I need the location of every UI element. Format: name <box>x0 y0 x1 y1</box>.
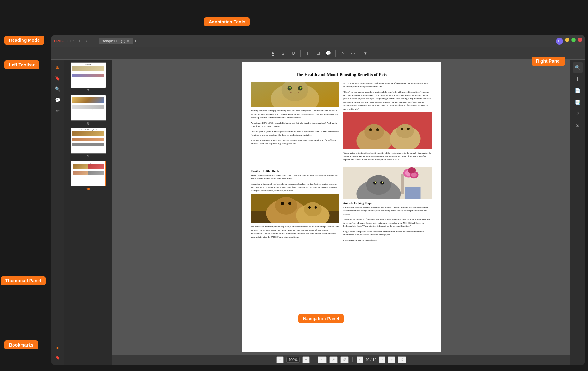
fit-page-button[interactable]: ⤢ <box>329 356 338 363</box>
underline-text-tool[interactable]: U <box>289 49 298 58</box>
svg-rect-34 <box>405 187 420 199</box>
new-tab-button[interactable]: + <box>134 38 137 44</box>
reading-mode-label: Reading Mode <box>4 36 44 45</box>
mail-button[interactable]: ✉ <box>573 120 583 130</box>
search-right-button[interactable]: 🔍 <box>573 62 583 73</box>
bookmark-view-button[interactable]: 🔖 <box>53 73 63 83</box>
bookmarks-label: Bookmarks <box>4 340 38 349</box>
pdf-col-right-top: NIH is funding large-scale surveys to fi… <box>343 82 432 163</box>
comment-tool[interactable]: 💬 <box>324 49 333 58</box>
title-bar: UPDF File Help samplePDF(1) × + U <box>51 35 585 47</box>
pdf-col2-text1: NIH is funding large-scale surveys to fi… <box>343 82 432 88</box>
edit-sidebar-button[interactable]: ✏ <box>53 106 63 116</box>
pdf-health-text2: Interacting with animals has been shown … <box>251 182 339 193</box>
svg-point-12 <box>364 124 384 140</box>
pdf-col2-quote2: "We're trying to tap into the subjective… <box>343 151 432 162</box>
area-tool[interactable]: ⬚▾ <box>359 49 368 58</box>
svg-point-48 <box>408 167 416 173</box>
thumbnail-preview-9: Health and Mood-Boosting Benefits Possib… <box>71 128 106 154</box>
zoom-out-button[interactable]: − <box>276 356 284 363</box>
pdf-health-text3: The NIH/Mars Partnership is funding a ra… <box>251 225 339 239</box>
search-sidebar-button[interactable]: 🔍 <box>53 84 63 94</box>
info-button[interactable]: ℹ <box>573 74 583 84</box>
menu-bar: File Help <box>67 39 87 43</box>
rect-tool[interactable]: ▭ <box>349 49 358 58</box>
right-panel: 🔍 ℹ 📄 📑 ↗ ✉ <box>570 60 585 365</box>
svg-point-26 <box>275 197 297 215</box>
strikethrough-tool[interactable]: S <box>279 49 288 58</box>
app-logo: UPDF <box>54 39 64 43</box>
export-button[interactable]: 📄 <box>573 85 583 96</box>
pdf-health-text1: Research on human-animal interactions is… <box>251 174 339 181</box>
svg-rect-43 <box>401 174 404 194</box>
fit-width-button[interactable]: ↔ <box>318 356 327 363</box>
user-avatar[interactable]: U <box>556 38 563 45</box>
navigation-bar: − 100% + ↔ ⤢ ↺ ‹ 10 / 10 › » ✕ <box>112 354 570 365</box>
thumbnail-item-7[interactable]: AT THE TIME Lorem ipsum text article con… <box>67 62 109 93</box>
thumbnail-item-8[interactable]: Article text with multiple columns and i… <box>67 95 109 125</box>
underline-tool[interactable]: A̲ <box>268 49 277 58</box>
pdf-animals-text2: "Dogs are very present. If someone is st… <box>343 218 432 228</box>
thumbnail-preview-7: AT THE TIME Lorem ipsum text article con… <box>71 62 106 88</box>
thumbnail-preview-8: Article text with multiple columns and i… <box>71 95 106 121</box>
pdf-animals-text1: Animals can serve as a source of comfort… <box>343 206 432 216</box>
svg-point-36 <box>366 175 391 195</box>
text-box-tool[interactable]: ⊡ <box>314 49 323 58</box>
grey-cat-image <box>343 167 432 199</box>
thumbnail-panel-icon[interactable]: ● <box>53 343 63 352</box>
pdf-col1-text2: An estimated 68% of U.S. households have… <box>251 121 339 128</box>
tab-samplepdf[interactable]: samplePDF(1) × <box>99 38 133 44</box>
annotation-toolbar: A̲ S U T ⊡ 💬 △ ▭ ⬚▾ <box>51 47 585 60</box>
thumbnail-view-button[interactable]: ⊞ <box>53 62 63 72</box>
close-viewer-button[interactable]: ✕ <box>398 356 406 363</box>
menu-help[interactable]: Help <box>79 39 87 43</box>
text-tool[interactable]: T <box>303 49 312 58</box>
pdf-col-left-top: Nothing compares to the joy of coming ho… <box>251 82 339 163</box>
annotation-tools-label: Annotation Tools <box>204 17 250 26</box>
pdf-article-title: The Health and Mood-Boosting Benefits of… <box>251 72 432 78</box>
pdf-animals-heading: Animals Helping People <box>343 201 432 205</box>
pdf-col1-text3: Over the past 10 years, NIH has partnere… <box>251 130 339 137</box>
right-panel-label: Right Panel <box>532 57 565 66</box>
share-button[interactable]: ↗ <box>573 109 583 119</box>
restore-button[interactable] <box>571 38 576 42</box>
tab-close-button[interactable]: × <box>127 40 129 43</box>
zoom-in-button[interactable]: + <box>302 356 310 363</box>
svg-point-31 <box>308 206 311 209</box>
zoom-level[interactable]: 100% <box>286 357 300 363</box>
svg-point-28 <box>288 202 291 205</box>
close-button[interactable] <box>578 38 582 42</box>
window-controls: U <box>556 38 582 45</box>
dogs-playing-image <box>251 194 339 223</box>
shape-tool[interactable]: △ <box>338 49 347 58</box>
svg-point-27 <box>281 202 284 205</box>
pdf-animals-text3: Berger works with people who have cancer… <box>343 230 432 237</box>
last-page-button[interactable]: » <box>388 356 395 363</box>
menu-file[interactable]: File <box>67 39 74 43</box>
page-indicator: 10 / 10 <box>366 358 376 362</box>
minimize-button[interactable] <box>565 38 569 42</box>
pdf-col-left-bottom: Possible Health Effects Research on huma… <box>251 167 339 244</box>
left-toolbar: ⊞ 🔖 🔍 💬 ✏ ● 🔖 <box>51 60 64 365</box>
pdf-col-right-bottom: Animals Helping People Animals can serve… <box>343 167 432 244</box>
thumbnail-panel: AT THE TIME Lorem ipsum text article con… <box>64 60 112 365</box>
svg-rect-9 <box>251 82 339 107</box>
prev-page-button[interactable]: ‹ <box>357 356 363 363</box>
pdf-health-heading: Possible Health Effects <box>251 169 339 172</box>
thumbnail-item-9[interactable]: Health and Mood-Boosting Benefits Possib… <box>67 128 109 158</box>
rotate-button[interactable]: ↺ <box>340 356 349 363</box>
pdf-page: The Health and Mood-Boosting Benefits of… <box>242 62 441 352</box>
navigation-panel-label: Navigation Panel <box>298 314 344 323</box>
next-page-button[interactable]: › <box>379 356 385 363</box>
thumbnail-number-8: 8 <box>87 122 89 125</box>
pdf-scientists-text: Scientists are looking at what the poten… <box>251 139 339 146</box>
comment-sidebar-button[interactable]: 💬 <box>53 95 63 105</box>
thumbnail-number-9: 9 <box>87 155 89 158</box>
tab-name: samplePDF(1) <box>102 39 125 43</box>
bookmark-bottom-icon[interactable]: 🔖 <box>53 352 63 362</box>
document-button[interactable]: 📑 <box>573 97 583 107</box>
svg-point-30 <box>304 202 322 216</box>
thumbnail-item-10[interactable]: Health and Mood-Boosting Benefits of Pet… <box>67 161 109 191</box>
thumbnail-number-7: 7 <box>87 89 89 93</box>
left-toolbar-label: Left Toolbar <box>4 60 39 69</box>
